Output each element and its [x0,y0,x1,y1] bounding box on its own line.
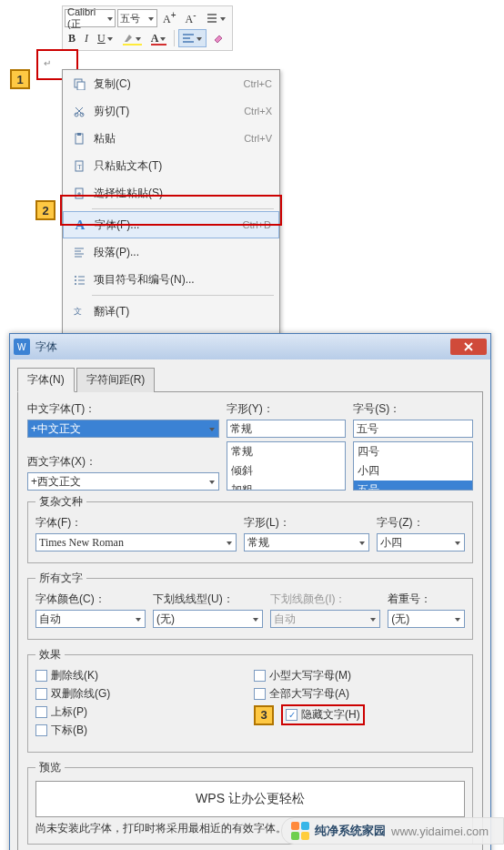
menu-paste-text[interactable]: T只粘贴文本(T) [63,152,279,179]
underline-color-dropdown: 自动 [270,610,380,628]
legend-complex: 复杂文种 [35,494,86,510]
list-item[interactable]: 倾斜 [227,461,346,481]
menu-separator [92,208,274,209]
app-icon: W [14,339,30,355]
increase-font-button[interactable]: A+ [159,9,180,27]
menu-paste[interactable]: 粘贴Ctrl+V [63,125,279,152]
checkbox-icon [35,670,47,682]
chevron-down-icon [160,35,166,42]
size-input[interactable]: 五号 [353,420,473,438]
menu-translate[interactable]: 文翻译(T) [63,298,279,325]
menu-paste-special[interactable]: 选择性粘贴(S)... [63,179,279,207]
chevron-down-icon [209,426,216,432]
underline-style-dropdown[interactable]: (无) [153,610,263,628]
menu-label: 粘贴 [94,131,244,147]
menu-paragraph[interactable]: 段落(P)... [63,238,279,266]
complex-style-input[interactable]: 常规 [244,533,369,551]
font-icon: A [71,218,89,233]
close-button[interactable] [450,339,487,355]
chevron-down-icon [227,540,233,546]
chevron-down-icon [209,479,216,485]
menu-label: 翻译(T) [94,304,272,319]
label-ucolor: 下划线颜色(I)： [270,592,380,607]
label-style: 字形(Y)： [227,401,347,417]
decrease-font-button[interactable]: A- [182,9,200,27]
list-item[interactable]: 五号 [354,481,472,491]
menu-copy[interactable]: 复制(C)Ctrl+C [63,70,279,97]
svg-point-9 [75,276,76,278]
label-cn-font: 中文字体(T)： [27,401,219,417]
effects-group: 效果 删除线(K) 双删除线(G) 上标(P) 下标(B) 小型大写字母(M) … [27,647,473,753]
legend-effects: 效果 [35,647,65,663]
label-cfont: 字体(F)： [35,515,237,531]
checkbox-icon: ✓ [286,709,297,721]
checkbox-allcaps[interactable]: 全部大写字母(A) [254,686,465,702]
font-name-dropdown[interactable]: Calibri (正 [65,9,116,27]
font-dialog: W 字体 字体(N) 字符间距(R) 中文字体(T)： +中文正文 字形(Y)：… [9,333,491,850]
chevron-down-icon [220,15,227,22]
bold-button[interactable]: B [65,29,79,47]
en-font-input[interactable]: +西文正文 [27,472,219,491]
menu-label: 只粘贴文本(T) [94,158,272,174]
underline-button[interactable]: U [94,29,117,47]
checkbox-hidden[interactable]: ✓隐藏文字(H) [286,707,360,723]
all-text-group: 所有文字 字体颜色(C)：自动 下划线线型(U)：(无) 下划线颜色(I)：自动… [27,571,473,640]
menu-font[interactable]: A字体(F)...Ctrl+D [63,211,279,238]
italic-button[interactable]: I [81,29,92,47]
alignment-button[interactable] [178,29,207,47]
highlight-color-button[interactable] [119,29,146,47]
line-spacing-button[interactable] [202,9,230,27]
tab-font[interactable]: 字体(N) [17,368,75,392]
paste-icon [70,132,88,145]
size-listbox[interactable]: 四号 小四 五号 [353,441,473,491]
menu-shortcut: Ctrl+D [243,219,271,230]
menu-label: 项目符号和编号(N)... [94,272,272,288]
menu-cut[interactable]: 剪切(T)Ctrl+X [63,97,279,125]
style-input[interactable]: 常规 [227,420,347,438]
dialog-titlebar[interactable]: W 字体 [10,334,490,359]
complex-size-input[interactable]: 小四 [377,533,465,551]
complex-font-input[interactable]: Times New Roman [35,533,237,551]
chevron-down-icon [107,35,114,42]
callout-2: 2 [35,200,55,220]
list-item[interactable]: 加粗 [227,481,346,491]
cn-font-input[interactable]: +中文正文 [27,420,219,438]
checkbox-icon [254,688,266,700]
tab-spacing[interactable]: 字符间距(R) [76,368,156,392]
translate-icon: 文 [70,305,88,318]
chevron-down-icon [136,35,142,42]
chevron-down-icon [197,35,203,42]
label-ustyle: 下划线线型(U)： [153,592,263,607]
list-item[interactable]: 四号 [354,442,472,461]
menu-label: 复制(C) [94,76,244,92]
checkbox-smallcaps[interactable]: 小型大写字母(M) [254,668,465,683]
chevron-down-icon [455,616,461,622]
label-size: 字号(S)： [353,401,473,417]
label-cstyle: 字形(L)： [244,515,369,531]
emphasis-dropdown[interactable]: (无) [388,610,465,628]
checkbox-sub[interactable]: 下标(B) [35,723,247,738]
highlight-box-3: ✓隐藏文字(H) [281,704,365,725]
cut-icon [70,105,88,117]
svg-point-11 [75,283,76,285]
watermark-url: www.yidaimei.com [391,825,489,838]
font-color-button[interactable]: A [147,29,171,47]
menu-label: 剪切(T) [94,104,244,119]
font-size-dropdown[interactable]: 五号 [117,9,157,27]
style-listbox[interactable]: 常规 倾斜 加粗 [227,441,347,491]
context-menu: 复制(C)Ctrl+C 剪切(T)Ctrl+X 粘贴Ctrl+V T只粘贴文本(… [62,69,280,353]
checkbox-icon [35,688,47,700]
list-item[interactable]: 小四 [354,461,472,481]
checkbox-super[interactable]: 上标(P) [35,704,247,720]
menu-shortcut: Ctrl+C [244,78,272,89]
menu-bullets[interactable]: 项目符号和编号(N)... [63,266,279,293]
checkbox-dstrike[interactable]: 双删除线(G) [35,686,247,702]
checkbox-strike[interactable]: 删除线(K) [35,668,247,683]
formatting-toolbar: Calibri (正 五号 A+ A- B I U A [62,5,233,51]
font-color-dropdown[interactable]: 自动 [35,610,146,628]
list-item[interactable]: 常规 [227,442,346,461]
chevron-down-icon [136,616,142,622]
chevron-down-icon [359,540,366,546]
legend-preview: 预览 [35,760,65,775]
eraser-button[interactable] [208,29,228,47]
